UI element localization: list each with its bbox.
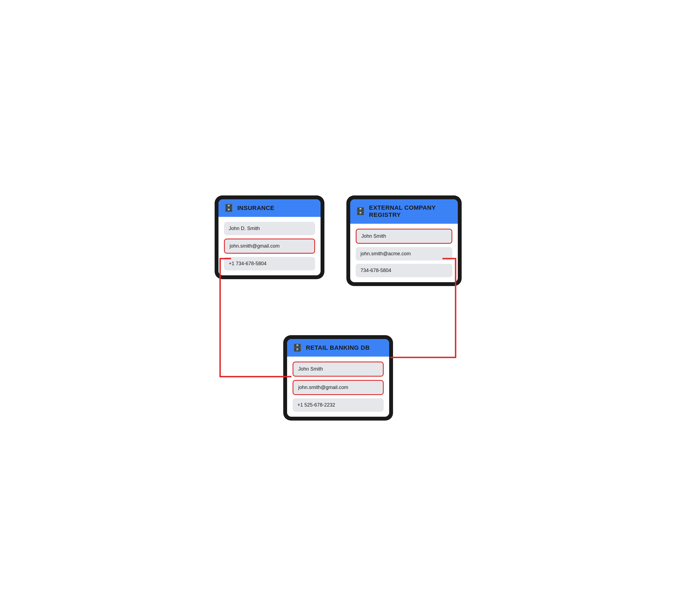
- insurance-phone-field: +1 734-678-5804: [224, 257, 315, 270]
- insurance-card: 🗄️ INSURANCE John D. Smith john.smith@gm…: [215, 195, 324, 279]
- diagram-container: 🗄️ INSURANCE John D. Smith john.smith@gm…: [215, 195, 462, 421]
- external-phone-field: 734-678-5804: [356, 264, 452, 277]
- external-email-field: john.smith@acme.com: [356, 247, 452, 261]
- external-card: 🗄️ EXTERNAL COMPANY REGISTRY John Smith …: [346, 195, 462, 286]
- insurance-name-field: John D. Smith: [224, 222, 315, 235]
- banking-email-field: john.smith@gmail.com: [293, 380, 384, 395]
- banking-body: John Smith john.smith@gmail.com +1 525-6…: [287, 356, 389, 417]
- insurance-db-card: 🗄️ INSURANCE John D. Smith john.smith@gm…: [219, 199, 321, 275]
- external-title: EXTERNAL COMPANY REGISTRY: [369, 204, 452, 219]
- external-header: 🗄️ EXTERNAL COMPANY REGISTRY: [350, 199, 458, 224]
- external-body: John Smith john.smith@acme.com 734-678-5…: [350, 224, 458, 282]
- banking-phone-field: +1 525-678-2232: [293, 398, 384, 412]
- database-icon: 🗄️: [224, 204, 234, 212]
- external-db-card: 🗄️ EXTERNAL COMPANY REGISTRY John Smith …: [350, 199, 458, 282]
- banking-header: 🗄️ RETAIL BANKING DB: [287, 339, 389, 356]
- banking-name-field: John Smith: [293, 361, 384, 377]
- insurance-header: 🗄️ INSURANCE: [219, 199, 321, 217]
- external-name-field: John Smith: [356, 229, 452, 244]
- database-icon-2: 🗄️: [356, 208, 365, 215]
- insurance-body: John D. Smith john.smith@gmail.com +1 73…: [219, 217, 321, 275]
- insurance-title: INSURANCE: [237, 205, 275, 212]
- banking-title: RETAIL BANKING DB: [306, 344, 370, 351]
- insurance-email-field: john.smith@gmail.com: [224, 238, 315, 254]
- banking-card: 🗄️ RETAIL BANKING DB John Smith john.smi…: [283, 335, 393, 421]
- database-icon-3: 🗄️: [293, 344, 302, 352]
- banking-db-card: 🗄️ RETAIL BANKING DB John Smith john.smi…: [287, 339, 389, 417]
